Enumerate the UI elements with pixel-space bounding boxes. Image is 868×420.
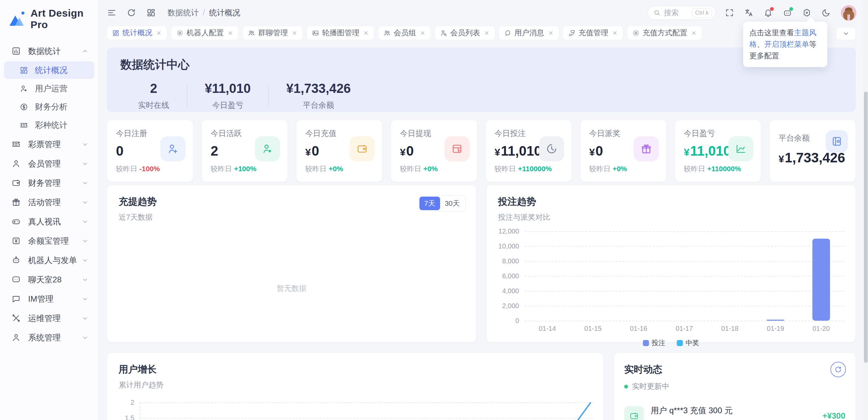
bar-投注-01-19[interactable] bbox=[767, 320, 784, 321]
sidebar-item-财务管理[interactable]: 财务管理 bbox=[4, 173, 94, 193]
chevron-up-icon bbox=[81, 47, 89, 55]
betting-trend-card: 投注趋势 投注与派奖对比 02,0004,0006,0008,00010,000… bbox=[486, 185, 856, 342]
sidebar: Art Design Pro 数据统计统计概况用户运营财务分析彩种统计彩票管理会… bbox=[0, 0, 99, 420]
sidebar-subitem-彩种统计[interactable]: 彩种统计 bbox=[4, 116, 94, 134]
sidebar-subitem-财务分析[interactable]: 财务分析 bbox=[4, 98, 94, 116]
breadcrumb-parent[interactable]: 数据统计 bbox=[167, 7, 199, 18]
hero-stat-label: 平台余额 bbox=[286, 100, 351, 111]
user-growth-card: 用户增长 累计用户趋势 21.5 bbox=[107, 353, 604, 420]
growth-chart-subtitle: 累计用户趋势 bbox=[119, 380, 592, 390]
notification-bell-icon[interactable] bbox=[764, 8, 773, 17]
tab-统计概况[interactable]: 统计概况 bbox=[107, 26, 167, 40]
tab-会员列表[interactable]: 会员列表 bbox=[435, 26, 495, 40]
sidebar-subitem-label: 财务分析 bbox=[35, 101, 67, 112]
gift-icon bbox=[12, 198, 21, 207]
user-plus-icon bbox=[160, 136, 185, 161]
range-button-30天[interactable]: 30天 bbox=[440, 197, 465, 210]
tab-close-icon[interactable] bbox=[156, 30, 162, 36]
message-icon bbox=[12, 294, 21, 303]
gear-icon bbox=[632, 29, 639, 37]
sidebar-item-label: 活动管理 bbox=[28, 197, 81, 208]
search-shortcut: Ctrl k bbox=[692, 8, 712, 18]
sidebar-item-系统管理[interactable]: 系统管理 bbox=[4, 328, 94, 347]
stat-card-今日派奖: 今日派奖¥0较昨日+0% bbox=[580, 120, 667, 182]
chevron-down-icon bbox=[81, 179, 89, 187]
wallet-icon bbox=[12, 178, 21, 187]
sidebar-item-余额宝管理[interactable]: 余额宝管理 bbox=[4, 231, 94, 251]
hero-stat-实时在线: 2实时在线 bbox=[120, 81, 187, 111]
tab-充值方式配置[interactable]: 充值方式配置 bbox=[627, 26, 702, 40]
users-icon bbox=[248, 29, 255, 37]
tab-用户消息[interactable]: 用户消息 bbox=[499, 26, 559, 40]
sidebar-item-彩票管理[interactable]: 彩票管理 bbox=[4, 135, 94, 154]
search-input[interactable]: 搜索 Ctrl k bbox=[648, 6, 716, 20]
range-button-7天[interactable]: 7天 bbox=[419, 197, 440, 210]
y-axis-tick: 4,000 bbox=[497, 287, 519, 295]
stat-card-compare: 较昨日+100% bbox=[211, 164, 279, 174]
sidebar-subitem-label: 彩种统计 bbox=[35, 120, 67, 131]
top-menu-link[interactable]: 开启顶栏菜单 bbox=[764, 40, 809, 48]
user-avatar[interactable] bbox=[841, 5, 856, 21]
sidebar-item-IM管理[interactable]: IM管理 bbox=[4, 289, 94, 308]
tab-close-icon[interactable] bbox=[228, 30, 233, 36]
x-axis-label: 01-20 bbox=[798, 325, 844, 333]
hero-stats: 2实时在线¥11,010今日盈亏¥1,733,426平台余额 bbox=[120, 81, 842, 111]
stat-card-number: 11,010 bbox=[690, 143, 731, 158]
legend-item-投注[interactable]: 投注 bbox=[643, 338, 665, 347]
tab-close-icon[interactable] bbox=[548, 30, 554, 36]
bar-投注-01-20[interactable] bbox=[812, 239, 830, 321]
tab-close-icon[interactable] bbox=[420, 30, 426, 36]
chat-dots-icon bbox=[12, 275, 21, 284]
sidebar-collapse-icon[interactable] bbox=[107, 8, 116, 17]
tab-close-icon[interactable] bbox=[612, 30, 618, 36]
translate-icon[interactable] bbox=[744, 8, 753, 17]
sidebar-item-会员管理[interactable]: 会员管理 bbox=[4, 154, 94, 173]
tab-close-icon[interactable] bbox=[363, 30, 369, 36]
tab-轮播图管理[interactable]: 轮播图管理 bbox=[307, 26, 374, 40]
sidebar-item-运维管理[interactable]: 运维管理 bbox=[4, 308, 94, 328]
activity-time: 19:57:01 bbox=[651, 419, 816, 420]
tab-close-icon[interactable] bbox=[691, 30, 697, 36]
tab-label: 轮播图管理 bbox=[322, 28, 359, 38]
stat-card-今日提现: 今日提现¥0较昨日+0% bbox=[391, 120, 477, 182]
image-icon bbox=[312, 29, 319, 37]
sidebar-item-真人视讯[interactable]: 真人视讯 bbox=[4, 212, 94, 231]
tab-群聊管理[interactable]: 群聊管理 bbox=[242, 26, 303, 40]
tab-会员组[interactable]: 会员组 bbox=[378, 26, 431, 40]
legend-swatch bbox=[677, 340, 683, 346]
stat-card-number: 0 bbox=[312, 143, 319, 158]
activity-refresh-button[interactable] bbox=[830, 362, 846, 377]
page-scrollbar[interactable] bbox=[864, 0, 868, 420]
refresh-icon[interactable] bbox=[127, 8, 136, 17]
sidebar-item-label: 系统管理 bbox=[28, 332, 81, 343]
scrollbar-thumb[interactable] bbox=[864, 92, 868, 363]
delta-value: +110000% bbox=[518, 165, 552, 173]
tab-close-icon[interactable] bbox=[484, 30, 490, 36]
legend-label: 中奖 bbox=[686, 338, 699, 347]
chevron-down-icon bbox=[81, 237, 89, 245]
tab-label: 用户消息 bbox=[514, 28, 544, 38]
dark-mode-moon-icon[interactable] bbox=[822, 8, 831, 17]
tab-充值管理[interactable]: 充值管理 bbox=[563, 26, 623, 40]
assistant-bot-icon[interactable] bbox=[783, 8, 792, 17]
user-icon bbox=[12, 159, 21, 168]
sidebar-subitem-用户运营[interactable]: 用户运营 bbox=[4, 80, 94, 97]
wallet-icon bbox=[350, 136, 375, 161]
settings-icon[interactable] bbox=[802, 8, 811, 17]
layout-grid-icon[interactable] bbox=[146, 8, 156, 17]
legend-item-中奖[interactable]: 中奖 bbox=[677, 338, 699, 347]
sidebar-item-活动管理[interactable]: 活动管理 bbox=[4, 193, 94, 212]
sidebar-subitem-统计概况[interactable]: 统计概况 bbox=[4, 61, 94, 79]
app-logo[interactable]: Art Design Pro bbox=[0, 0, 98, 37]
sidebar-item-机器人与发单[interactable]: 机器人与发单 bbox=[4, 251, 94, 270]
currency-prefix: ¥ bbox=[684, 146, 690, 158]
sidebar-item-数据统计[interactable]: 数据统计 bbox=[4, 41, 94, 61]
compare-label: 较昨日 bbox=[400, 165, 421, 173]
tab-机器人配置[interactable]: 机器人配置 bbox=[171, 26, 239, 40]
tabs-collapse-button[interactable] bbox=[836, 27, 856, 40]
sidebar-item-聊天室28[interactable]: 聊天室28 bbox=[4, 270, 94, 289]
tab-close-icon[interactable] bbox=[292, 30, 297, 36]
currency-prefix: ¥ bbox=[400, 146, 406, 158]
hand-card-icon bbox=[568, 29, 575, 37]
fullscreen-icon[interactable] bbox=[725, 8, 734, 17]
